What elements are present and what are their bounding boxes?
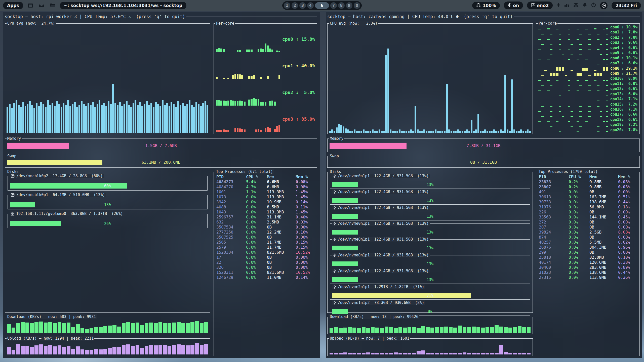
- process-cell: 0.96%: [618, 245, 638, 250]
- chart-bar: [34, 322, 38, 333]
- power-icon[interactable]: [591, 3, 596, 8]
- memory-bar: 1.5GB / 7.6GB: [7, 143, 315, 149]
- apps-button[interactable]: Apps: [3, 2, 23, 9]
- process-cell: 26876: [539, 245, 569, 250]
- bluetooth-indicator[interactable]: on: [504, 2, 523, 9]
- chart-bar: [103, 103, 105, 133]
- network-indicator[interactable]: eno2: [527, 2, 553, 9]
- disk-usage-bar: 26%: [10, 221, 205, 226]
- window-icon[interactable]: [28, 3, 33, 8]
- process-cell: 0.15%: [296, 240, 315, 245]
- chart-bar: [124, 104, 125, 133]
- terminal-right[interactable]: socktop — host: cachyos-gaming | CPU Tem…: [326, 12, 642, 358]
- chart-bar: [29, 101, 31, 133]
- chart-bar: [168, 323, 171, 333]
- chart-bar: [477, 114, 479, 133]
- disk-item-text: /dev/nvme0n1p1 122.4GB / 931.5GB (13%): [338, 221, 429, 226]
- memory-bar: 7.8GB / 31.1GB: [330, 143, 637, 149]
- chart-bar: [56, 101, 58, 133]
- chart-bar: [360, 131, 362, 133]
- chart-bar: [472, 353, 475, 354]
- chart-bar: [186, 345, 190, 354]
- chart-bar: [48, 322, 52, 333]
- process-cell: 5.4%: [246, 179, 267, 185]
- chart-bar: [453, 353, 457, 354]
- chart-bar: [164, 105, 166, 133]
- process-cell: 30733: [539, 200, 569, 205]
- layers-icon[interactable]: [573, 3, 579, 8]
- chart-bar: [90, 350, 93, 354]
- chart-bar: [39, 344, 43, 354]
- process-cell: 304.3MB: [589, 245, 618, 250]
- process-row: 15203340.0%821.6MB10.52%: [216, 250, 315, 255]
- sd-card-icon: [11, 174, 15, 178]
- process-cell: 0B: [589, 225, 618, 230]
- disk-item: /dev/nvme2n1p1 1.29TB / 1.82TB (71%)71%: [330, 287, 530, 300]
- terminal-left[interactable]: socktop — host: rpi-worker-3 | CPU Temp:…: [3, 12, 320, 358]
- chart-bar: [511, 79, 513, 133]
- power-profile-icon[interactable]: [557, 3, 560, 9]
- chart-bar: [401, 131, 403, 133]
- chart-bar: [99, 100, 100, 133]
- workspace-8[interactable]: 8: [338, 2, 345, 9]
- disk-item-title: /dev/nvme0n1p1 122.4GB / 931.5GB (13%): [332, 253, 430, 257]
- chart-bar: [343, 352, 347, 354]
- core-sparkline: [216, 109, 280, 132]
- clock-icon[interactable]: [600, 2, 608, 9]
- process-row: 6320.0%2.5MB0.03%: [216, 220, 315, 225]
- core-row: cpu10↓ 8.9%: [538, 77, 637, 81]
- process-row: 35075250.0%0B0.00%: [216, 235, 315, 240]
- chart-bar: [81, 101, 83, 133]
- process-cell: 120.6MB: [589, 260, 618, 265]
- core-label: cpu20↓ 7.8%: [610, 128, 637, 132]
- chart-bar: [16, 344, 20, 354]
- workspace-1[interactable]: 1: [284, 2, 290, 9]
- process-row: 39420.0%10.9MB0.14%: [216, 200, 315, 205]
- chart-bar: [97, 104, 98, 133]
- workspace-7[interactable]: 7: [330, 2, 337, 9]
- chart-bar: [357, 353, 361, 354]
- workspace-6[interactable]: 6: [315, 2, 329, 9]
- chart-bar: [464, 131, 466, 133]
- chart-bar: [453, 328, 457, 333]
- process-cell: 1.1%: [246, 190, 267, 195]
- process-cell: 0.11%: [296, 205, 315, 210]
- workspace-3[interactable]: 3: [299, 2, 306, 9]
- chart-bar: [417, 129, 419, 133]
- stats-icon[interactable]: [564, 3, 569, 8]
- chart-bar: [451, 131, 452, 133]
- mail-icon[interactable]: [39, 4, 44, 8]
- workspace-9[interactable]: 9: [346, 2, 352, 9]
- chart-bar: [53, 323, 57, 333]
- core-row: cpu0 ↑ 15.8%: [216, 26, 315, 52]
- process-cell: 0.0%: [569, 230, 589, 235]
- folder-icon[interactable]: [50, 3, 55, 8]
- volume-indicator[interactable]: 100%: [472, 2, 500, 9]
- chart-bar: [108, 326, 112, 333]
- process-cell: 2.5GB: [589, 230, 618, 235]
- process-cell: 11.7MB: [267, 245, 296, 250]
- core-row: cpu17↓ 6.6%: [538, 113, 637, 117]
- clock-pill[interactable]: 23:32 Fri: [612, 2, 641, 9]
- process-cell: 11.7MB: [267, 240, 296, 245]
- disks-title: Disks: [329, 169, 342, 174]
- nvme-icon: [333, 237, 336, 241]
- workspace-4[interactable]: 4: [307, 2, 314, 9]
- workspace-2[interactable]: 2: [292, 2, 298, 9]
- chart-bar: [525, 131, 527, 133]
- chart-bar: [482, 131, 484, 133]
- process-cell: 299: [539, 250, 569, 255]
- chart-bar: [38, 106, 40, 133]
- chart-bar: [34, 345, 38, 354]
- workspace-0[interactable]: 0: [354, 2, 360, 9]
- chart-bar: [406, 131, 407, 133]
- process-cell: 0.16%: [296, 230, 315, 235]
- bell-icon[interactable]: [583, 3, 587, 8]
- window-title[interactable]: ~: socktop ws://192.168.1.104:3031/ws - …: [60, 2, 186, 9]
- process-cell: 17: [216, 255, 246, 260]
- chart-bar: [426, 327, 430, 333]
- process-cell: 0.0%: [569, 220, 589, 225]
- chart-bar: [119, 102, 121, 133]
- chart-bar: [336, 127, 338, 133]
- chart-bar: [76, 324, 80, 333]
